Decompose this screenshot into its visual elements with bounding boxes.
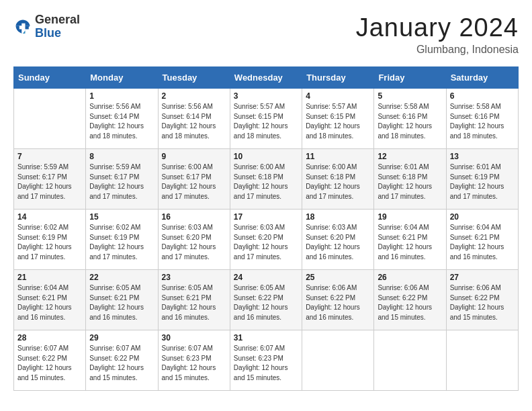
day-info: Sunrise: 6:01 AMSunset: 6:18 PMDaylight:… bbox=[378, 163, 442, 201]
daylight-text: Daylight: 12 hoursand 17 minutes. bbox=[234, 182, 298, 201]
day-number: 21 bbox=[17, 273, 82, 282]
sunrise-text: Sunrise: 6:02 AM bbox=[89, 223, 154, 233]
calendar-cell: 6Sunrise: 5:58 AMSunset: 6:16 PMDaylight… bbox=[446, 89, 518, 149]
calendar-cell: 18Sunrise: 6:03 AMSunset: 6:20 PMDayligh… bbox=[302, 210, 374, 270]
calendar-cell: 30Sunrise: 6:07 AMSunset: 6:23 PMDayligh… bbox=[158, 330, 230, 391]
day-number: 26 bbox=[378, 273, 442, 282]
daylight-text: Daylight: 12 hoursand 16 minutes. bbox=[234, 303, 298, 322]
sunset-text: Sunset: 6:21 PM bbox=[17, 293, 82, 304]
sunrise-text: Sunrise: 6:00 AM bbox=[306, 163, 370, 173]
day-info: Sunrise: 6:00 AMSunset: 6:18 PMDaylight:… bbox=[234, 163, 298, 201]
calendar-cell: 1Sunrise: 5:56 AMSunset: 6:14 PMDaylight… bbox=[86, 89, 158, 149]
logo: General Blue bbox=[13, 13, 80, 40]
day-number: 6 bbox=[450, 91, 515, 101]
day-number: 13 bbox=[450, 152, 515, 161]
weekday-header-sunday: Sunday bbox=[14, 67, 86, 89]
day-number: 25 bbox=[306, 273, 370, 282]
daylight-text: Daylight: 12 hoursand 17 minutes. bbox=[89, 242, 154, 262]
day-info: Sunrise: 5:58 AMSunset: 6:16 PMDaylight:… bbox=[378, 102, 442, 141]
day-info: Sunrise: 6:07 AMSunset: 6:22 PMDaylight:… bbox=[17, 344, 82, 383]
daylight-text: Daylight: 12 hoursand 18 minutes. bbox=[89, 122, 154, 141]
calendar-cell bbox=[302, 330, 374, 391]
calendar-header: SundayMondayTuesdayWednesdayThursdayFrid… bbox=[14, 67, 519, 89]
sunset-text: Sunset: 6:19 PM bbox=[89, 233, 154, 243]
sunrise-text: Sunrise: 6:06 AM bbox=[450, 283, 515, 293]
sunset-text: Sunset: 6:20 PM bbox=[162, 233, 226, 243]
sunrise-text: Sunrise: 6:02 AM bbox=[17, 223, 82, 233]
daylight-text: Daylight: 12 hoursand 17 minutes. bbox=[89, 182, 154, 201]
calendar-cell: 21Sunrise: 6:04 AMSunset: 6:21 PMDayligh… bbox=[14, 270, 86, 330]
day-info: Sunrise: 5:58 AMSunset: 6:16 PMDaylight:… bbox=[450, 102, 515, 141]
sunset-text: Sunset: 6:14 PM bbox=[89, 112, 154, 122]
daylight-text: Daylight: 12 hoursand 16 minutes. bbox=[17, 303, 82, 322]
calendar-cell: 4Sunrise: 5:57 AMSunset: 6:15 PMDaylight… bbox=[302, 89, 374, 149]
sunrise-text: Sunrise: 6:07 AM bbox=[17, 344, 82, 354]
day-info: Sunrise: 5:59 AMSunset: 6:17 PMDaylight:… bbox=[89, 163, 154, 201]
week-row-1: 1Sunrise: 5:56 AMSunset: 6:14 PMDaylight… bbox=[14, 89, 519, 149]
day-info: Sunrise: 6:00 AMSunset: 6:17 PMDaylight:… bbox=[162, 163, 226, 201]
sunset-text: Sunset: 6:17 PM bbox=[89, 173, 154, 183]
day-info: Sunrise: 6:07 AMSunset: 6:22 PMDaylight:… bbox=[89, 344, 154, 383]
daylight-text: Daylight: 12 hoursand 16 minutes. bbox=[89, 303, 154, 322]
sunrise-text: Sunrise: 5:56 AM bbox=[162, 102, 226, 112]
sunrise-text: Sunrise: 6:01 AM bbox=[378, 163, 442, 173]
calendar-cell: 14Sunrise: 6:02 AMSunset: 6:19 PMDayligh… bbox=[14, 210, 86, 270]
sunrise-text: Sunrise: 6:03 AM bbox=[234, 223, 298, 233]
sunset-text: Sunset: 6:15 PM bbox=[234, 112, 298, 122]
sunrise-text: Sunrise: 6:05 AM bbox=[89, 283, 154, 293]
calendar-cell: 23Sunrise: 6:05 AMSunset: 6:21 PMDayligh… bbox=[158, 270, 230, 330]
sunset-text: Sunset: 6:23 PM bbox=[162, 354, 226, 364]
sunset-text: Sunset: 6:21 PM bbox=[89, 293, 154, 304]
day-number: 9 bbox=[162, 152, 226, 161]
calendar-cell: 31Sunrise: 6:07 AMSunset: 6:23 PMDayligh… bbox=[230, 330, 302, 391]
calendar-cell: 29Sunrise: 6:07 AMSunset: 6:22 PMDayligh… bbox=[86, 330, 158, 391]
calendar-cell: 25Sunrise: 6:06 AMSunset: 6:22 PMDayligh… bbox=[302, 270, 374, 330]
day-number: 19 bbox=[378, 212, 442, 222]
logo-text: General Blue bbox=[35, 13, 80, 40]
day-number: 22 bbox=[89, 273, 154, 282]
calendar-cell: 26Sunrise: 6:06 AMSunset: 6:22 PMDayligh… bbox=[374, 270, 446, 330]
weekday-header-monday: Monday bbox=[86, 67, 158, 89]
calendar-cell bbox=[446, 330, 518, 391]
weekday-header-thursday: Thursday bbox=[302, 67, 374, 89]
sunset-text: Sunset: 6:20 PM bbox=[306, 233, 370, 243]
sunset-text: Sunset: 6:14 PM bbox=[162, 112, 226, 122]
daylight-text: Daylight: 12 hoursand 17 minutes. bbox=[17, 242, 82, 262]
sunset-text: Sunset: 6:16 PM bbox=[378, 112, 442, 122]
daylight-text: Daylight: 12 hoursand 18 minutes. bbox=[234, 122, 298, 141]
sunrise-text: Sunrise: 6:03 AM bbox=[306, 223, 370, 233]
sunrise-text: Sunrise: 6:07 AM bbox=[162, 344, 226, 354]
sunrise-text: Sunrise: 6:05 AM bbox=[162, 283, 226, 293]
calendar-cell: 15Sunrise: 6:02 AMSunset: 6:19 PMDayligh… bbox=[86, 210, 158, 270]
sunset-text: Sunset: 6:21 PM bbox=[162, 293, 226, 304]
day-number: 17 bbox=[234, 212, 298, 222]
logo-blue-text: Blue bbox=[35, 27, 80, 40]
calendar-cell: 5Sunrise: 5:58 AMSunset: 6:16 PMDaylight… bbox=[374, 89, 446, 149]
day-info: Sunrise: 6:05 AMSunset: 6:21 PMDaylight:… bbox=[89, 283, 154, 322]
day-info: Sunrise: 6:02 AMSunset: 6:19 PMDaylight:… bbox=[89, 223, 154, 262]
daylight-text: Daylight: 12 hoursand 17 minutes. bbox=[17, 182, 82, 201]
day-number: 24 bbox=[234, 273, 298, 282]
calendar-cell: 7Sunrise: 5:59 AMSunset: 6:17 PMDaylight… bbox=[14, 149, 86, 210]
calendar-cell: 9Sunrise: 6:00 AMSunset: 6:17 PMDaylight… bbox=[158, 149, 230, 210]
day-info: Sunrise: 6:07 AMSunset: 6:23 PMDaylight:… bbox=[162, 344, 226, 383]
day-info: Sunrise: 5:59 AMSunset: 6:17 PMDaylight:… bbox=[17, 163, 82, 201]
daylight-text: Daylight: 12 hoursand 17 minutes. bbox=[162, 182, 226, 201]
day-info: Sunrise: 6:03 AMSunset: 6:20 PMDaylight:… bbox=[162, 223, 226, 262]
sunset-text: Sunset: 6:16 PM bbox=[450, 112, 515, 122]
calendar-cell bbox=[14, 89, 86, 149]
daylight-text: Daylight: 12 hoursand 17 minutes. bbox=[162, 242, 226, 262]
sunset-text: Sunset: 6:17 PM bbox=[17, 173, 82, 183]
daylight-text: Daylight: 12 hoursand 15 minutes. bbox=[17, 363, 82, 383]
calendar-table: SundayMondayTuesdayWednesdayThursdayFrid… bbox=[13, 66, 519, 391]
sunrise-text: Sunrise: 6:06 AM bbox=[378, 283, 442, 293]
sunrise-text: Sunrise: 5:58 AM bbox=[378, 102, 442, 112]
sunset-text: Sunset: 6:23 PM bbox=[234, 354, 298, 364]
day-number: 12 bbox=[378, 152, 442, 161]
day-info: Sunrise: 5:57 AMSunset: 6:15 PMDaylight:… bbox=[234, 102, 298, 141]
day-number: 31 bbox=[234, 333, 298, 342]
sunrise-text: Sunrise: 5:57 AM bbox=[306, 102, 370, 112]
calendar-cell: 2Sunrise: 5:56 AMSunset: 6:14 PMDaylight… bbox=[158, 89, 230, 149]
sunrise-text: Sunrise: 5:56 AM bbox=[89, 102, 154, 112]
daylight-text: Daylight: 12 hoursand 17 minutes. bbox=[378, 182, 442, 201]
